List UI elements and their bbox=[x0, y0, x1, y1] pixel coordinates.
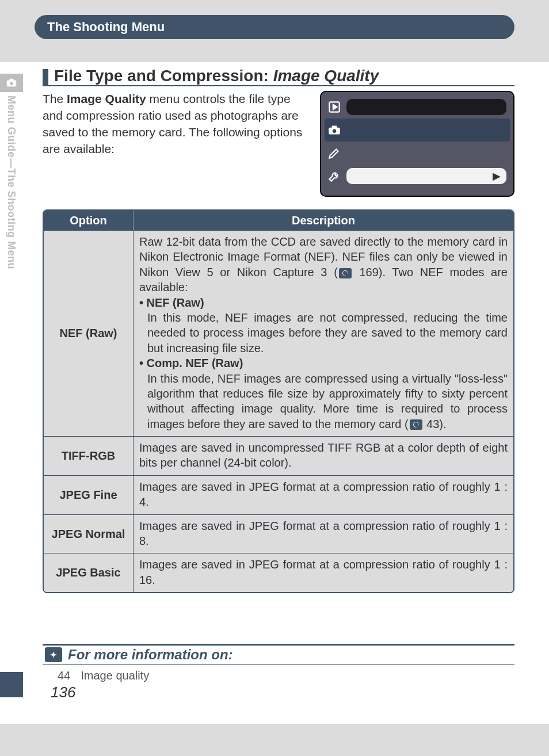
svg-point-2 bbox=[10, 82, 13, 85]
svg-point-7 bbox=[333, 129, 337, 133]
section-title-row: File Type and Compression: Image Quality bbox=[43, 67, 514, 86]
th-description: Description bbox=[134, 211, 513, 231]
option-cell: JPEG Normal bbox=[44, 515, 134, 553]
table-row: JPEG Normal Images are saved in JPEG for… bbox=[44, 514, 513, 553]
description-cell: Images are saved in uncompressed TIFF RG… bbox=[134, 437, 513, 475]
table-row: JPEG Basic Images are saved in JPEG form… bbox=[44, 553, 513, 592]
section-title: File Type and Compression: Image Quality bbox=[54, 67, 379, 85]
intro-paragraph: The Image Quality menu controls the file… bbox=[43, 91, 310, 197]
th-option: Option bbox=[44, 211, 134, 231]
svg-marker-4 bbox=[333, 105, 337, 110]
playback-icon bbox=[327, 100, 342, 114]
left-vertical-strip: Menu Guide—The Shooting Menu bbox=[0, 74, 23, 649]
camera-menu-screenshot: ▶ bbox=[320, 91, 514, 197]
camera-mode-icon bbox=[0, 74, 23, 92]
more-info-title: For more information on: bbox=[68, 647, 233, 663]
description-cell: Raw 12-bit data from the CCD are saved d… bbox=[134, 231, 513, 436]
description-cell: Images are saved in JPEG format at a com… bbox=[134, 476, 513, 514]
title-tick bbox=[43, 69, 48, 85]
wrench-icon bbox=[327, 169, 342, 184]
option-cell: JPEG Fine bbox=[44, 476, 134, 514]
table-row: TIFF-RGB Images are saved in uncompresse… bbox=[44, 436, 513, 475]
section-title-italic: Image Quality bbox=[273, 67, 379, 85]
pencil-icon bbox=[327, 146, 342, 161]
options-table: Option Description NEF (Raw) Raw 12-bit … bbox=[43, 209, 514, 593]
page-ref-icon bbox=[339, 268, 352, 278]
more-info-line: 44 Image quality bbox=[43, 665, 514, 682]
shooting-camera-icon bbox=[327, 123, 342, 138]
menu-row-setup: ▶ bbox=[325, 165, 510, 188]
intro-bold: Image Quality bbox=[67, 92, 146, 105]
more-info-section: ✦ For more information on: 44 Image qual… bbox=[43, 644, 514, 701]
description-cell: Images are saved in JPEG format at a com… bbox=[134, 553, 513, 592]
intro-pre: The bbox=[43, 92, 67, 105]
page-number: 136 bbox=[51, 684, 514, 701]
menu-arrow-right-icon: ▶ bbox=[493, 170, 501, 182]
vertical-guide-text: Menu Guide—The Shooting Menu bbox=[5, 96, 17, 269]
table-row: JPEG Fine Images are saved in JPEG forma… bbox=[44, 475, 513, 514]
menu-row-custom bbox=[325, 142, 510, 165]
page-ref-icon bbox=[410, 419, 422, 430]
more-info-page: 44 bbox=[58, 669, 70, 682]
svg-rect-6 bbox=[332, 125, 337, 128]
option-cell: NEF (Raw) bbox=[44, 231, 134, 436]
header-tab-title: The Shooting Menu bbox=[47, 20, 165, 35]
option-cell: JPEG Basic bbox=[44, 553, 134, 592]
left-accent-block bbox=[0, 672, 23, 697]
description-cell: Images are saved in JPEG format at a com… bbox=[134, 515, 513, 553]
more-info-topic: Image quality bbox=[81, 669, 149, 682]
section-title-prefix: File Type and Compression: bbox=[54, 67, 273, 85]
table-header-row: Option Description bbox=[44, 211, 513, 231]
option-cell: TIFF-RGB bbox=[44, 437, 134, 475]
table-row: NEF (Raw) Raw 12-bit data from the CCD a… bbox=[44, 231, 513, 436]
info-reference-icon: ✦ bbox=[45, 647, 62, 662]
menu-row-shooting bbox=[325, 119, 510, 142]
menu-row-playback bbox=[325, 96, 510, 119]
header-tab: The Shooting Menu bbox=[35, 15, 514, 39]
svg-rect-1 bbox=[9, 79, 13, 81]
